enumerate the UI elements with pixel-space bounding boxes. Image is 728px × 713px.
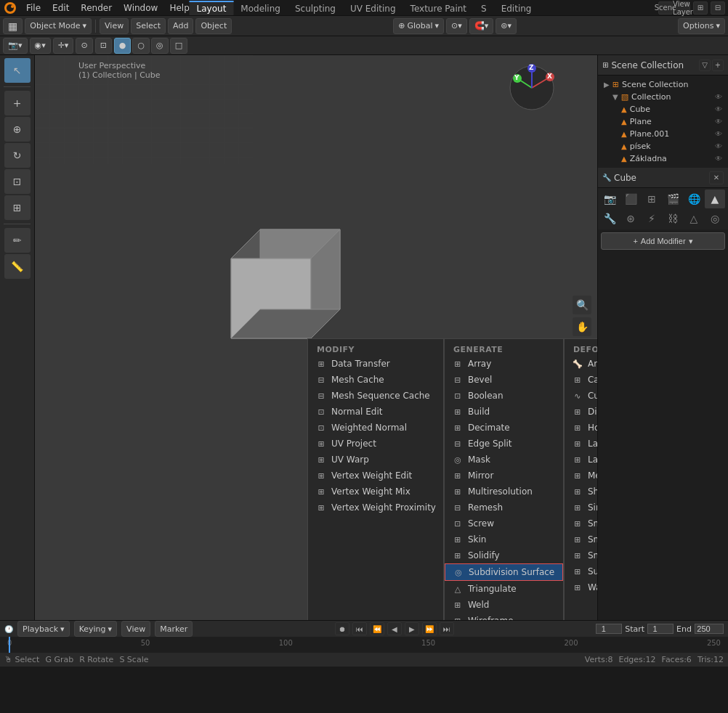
collection-eye-icon[interactable]: 👁: [715, 93, 722, 101]
props-tab-constraints[interactable]: ⛓: [663, 209, 683, 228]
tool-scale[interactable]: ⊡: [4, 169, 31, 194]
menu-window[interactable]: Window: [118, 1, 163, 15]
modifier-vertex-weight-mix[interactable]: ⊞ Vertex Weight Mix: [308, 484, 443, 500]
modifier-simple-deform[interactable]: ⊞ Simple Deform: [565, 500, 597, 516]
add-collection-icon[interactable]: +: [712, 60, 724, 71]
xray-toggle[interactable]: ⊡: [95, 38, 112, 54]
modifier-mask[interactable]: ◎ Mask: [445, 452, 563, 468]
view-menu[interactable]: View: [100, 18, 129, 34]
modifier-solidify[interactable]: ⊞ Solidify: [445, 547, 563, 563]
mode-select-icon[interactable]: ▦: [3, 18, 23, 34]
modifier-decimate[interactable]: ⊞ Decimate: [445, 420, 563, 436]
cube-eye-icon[interactable]: 👁: [715, 105, 722, 113]
modifier-array[interactable]: ⊞ Array: [445, 356, 563, 372]
tool-rotate[interactable]: ↻: [4, 143, 31, 168]
modifier-uv-warp[interactable]: ⊞ UV Warp: [308, 452, 443, 468]
modifier-mesh-sequence-cache[interactable]: ⊟ Mesh Sequence Cache: [308, 388, 443, 404]
viewport-overlay-icon[interactable]: ◉▾: [30, 38, 51, 54]
shading-solid[interactable]: ●: [114, 38, 132, 54]
menu-file[interactable]: File: [20, 1, 46, 15]
workspace-tab-sculpting[interactable]: Sculpting: [288, 1, 343, 15]
snapping[interactable]: 🧲▾: [469, 18, 494, 34]
record-button[interactable]: ⏺: [335, 622, 349, 635]
modifier-wireframe[interactable]: ⊞ Wireframe: [445, 613, 563, 620]
props-tab-physics[interactable]: ⚡: [642, 209, 662, 228]
marker-menu[interactable]: Marker: [155, 621, 193, 637]
modifier-shrinkwrap[interactable]: ⊞ Shrinkwrap: [565, 484, 597, 500]
props-tab-world[interactable]: 🌐: [684, 190, 704, 208]
collection-scene-collection[interactable]: ▶ ⊞ Scene Collection: [601, 78, 725, 91]
modifier-remesh[interactable]: ⊟ Remesh: [445, 500, 563, 516]
workspace-tab-uv-editing[interactable]: UV Editing: [343, 1, 403, 15]
modifier-hook[interactable]: ⊞ Hook: [565, 420, 597, 436]
jump-end-button[interactable]: ⏭: [440, 622, 454, 635]
props-tab-output[interactable]: ⬛: [620, 190, 641, 208]
next-keyframe-button[interactable]: ⏩: [422, 622, 437, 635]
props-tab-modifiers[interactable]: 🔧: [599, 209, 620, 228]
shading-wireframe[interactable]: □: [170, 38, 187, 54]
shading-rendered[interactable]: ◎: [151, 38, 169, 54]
menu-edit[interactable]: Edit: [46, 1, 75, 15]
modifier-bevel[interactable]: ⊟ Bevel: [445, 372, 563, 388]
add-modifier-button[interactable]: + Add Modifier ▾: [601, 232, 725, 250]
scene-selector[interactable]: Scene: [658, 1, 673, 15]
end-frame-input[interactable]: [695, 624, 724, 634]
modifier-mirror[interactable]: ⊞ Mirror: [445, 468, 563, 484]
modifier-smooth-laplacian[interactable]: ⊞ Smooth Laplacian: [565, 547, 597, 563]
modifier-warp[interactable]: ⊞ Warp: [565, 579, 597, 595]
tool-annotate[interactable]: ✏: [4, 228, 31, 253]
collection-collection[interactable]: ▼ ▧ Collection 👁: [610, 91, 725, 103]
view-layer-selector[interactable]: View Layer: [676, 1, 690, 15]
props-tab-render[interactable]: 📷: [599, 190, 620, 208]
workspace-tab-shading[interactable]: S: [474, 1, 494, 15]
show-overlays[interactable]: ⊙: [76, 38, 92, 54]
jump-start-button[interactable]: ⏮: [352, 622, 367, 635]
object-menu[interactable]: Object: [195, 18, 232, 34]
collection-item-zakladna[interactable]: ▲ Základna 👁: [618, 152, 725, 165]
modifier-weighted-normal[interactable]: ⊡ Weighted Normal: [308, 420, 443, 436]
props-options-icon[interactable]: ✕: [709, 171, 724, 184]
props-tab-particles[interactable]: ⊛: [620, 209, 641, 228]
transform-orientations[interactable]: ⊕Global▾: [393, 18, 444, 34]
tool-move[interactable]: ⊕: [4, 117, 31, 142]
workspace-tab-editing[interactable]: Editing: [494, 1, 539, 15]
modifier-curve[interactable]: ∿ Curve: [565, 388, 597, 404]
pan-btn[interactable]: ✋: [573, 317, 591, 336]
modifier-surface-deform[interactable]: ⊞ Surface Deform: [565, 563, 597, 579]
plane001-eye-icon[interactable]: 👁: [715, 130, 722, 138]
modifier-vertex-weight-edit[interactable]: ⊞ Vertex Weight Edit: [308, 468, 443, 484]
modifier-subdivision-surface[interactable]: ◎ Subdivision Surface: [445, 563, 563, 581]
shading-material[interactable]: ○: [132, 38, 150, 54]
filter-icon[interactable]: ▽: [699, 60, 711, 71]
modifier-build[interactable]: ⊞ Build: [445, 404, 563, 420]
options-dropdown[interactable]: Options▾: [678, 18, 725, 34]
modifier-smooth[interactable]: ⊞ Smooth: [565, 516, 597, 531]
tool-cursor[interactable]: +: [4, 91, 31, 115]
start-frame-input[interactable]: [647, 624, 674, 634]
modifier-laplacian-deform[interactable]: ⊞ Laplacian Deform: [565, 436, 597, 452]
view-menu-timeline[interactable]: View: [121, 621, 150, 637]
props-tab-material[interactable]: ◎: [705, 209, 725, 228]
props-tab-scene[interactable]: 🎬: [663, 190, 683, 208]
plane-eye-icon[interactable]: 👁: [715, 118, 722, 126]
prev-keyframe-button[interactable]: ⏪: [370, 622, 384, 635]
modifier-skin[interactable]: ⊞ Skin: [445, 531, 563, 547]
modifier-weld[interactable]: ⊞ Weld: [445, 597, 563, 613]
collection-item-plane001[interactable]: ▲ Plane.001 👁: [618, 128, 725, 140]
modifier-armature[interactable]: 🦴 Armature: [565, 356, 597, 372]
props-tab-data[interactable]: △: [684, 209, 704, 228]
object-mode-dropdown[interactable]: Object Mode ▾: [25, 18, 92, 34]
keying-menu[interactable]: Keying▾: [74, 621, 117, 637]
viewport[interactable]: User Perspective (1) Collection | Cube X…: [35, 55, 597, 620]
modifier-boolean[interactable]: ⊡ Boolean: [445, 388, 563, 404]
gizmo-toggle[interactable]: ✛▾: [53, 38, 74, 54]
modifier-screw[interactable]: ⊡ Screw: [445, 516, 563, 531]
tool-measure[interactable]: 📏: [4, 254, 31, 279]
modifier-multiresolution[interactable]: ⊞ Multiresolution: [445, 484, 563, 500]
pisek-eye-icon[interactable]: 👁: [715, 142, 722, 150]
modifier-triangulate[interactable]: △ Triangulate: [445, 581, 563, 597]
props-tab-object[interactable]: ▲: [705, 190, 725, 208]
compositing-icon[interactable]: ⊟: [711, 1, 725, 15]
tool-select[interactable]: ↖: [4, 58, 31, 83]
collection-item-cube[interactable]: ▲ Cube 👁: [618, 103, 725, 115]
